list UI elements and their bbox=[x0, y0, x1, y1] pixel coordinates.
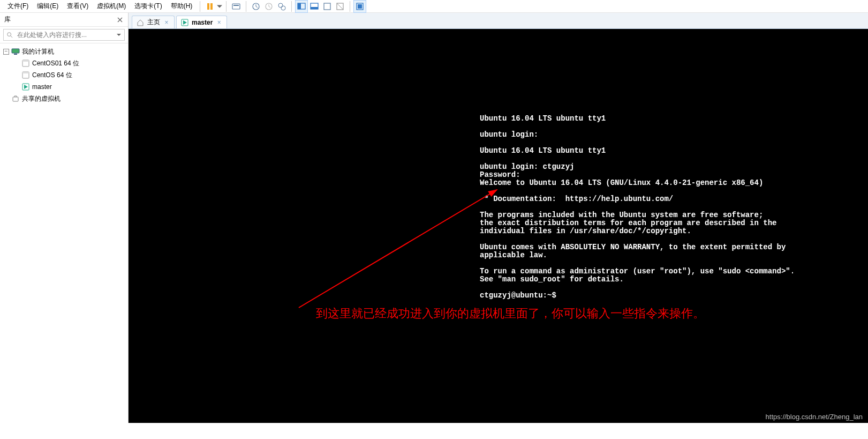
svg-point-6 bbox=[278, 3, 283, 8]
menu-edit[interactable]: 编辑(E) bbox=[33, 1, 63, 12]
svg-rect-2 bbox=[232, 4, 240, 9]
tree-root-my-computer[interactable]: − 我的计算机 bbox=[1, 46, 127, 57]
tab-label: 主页 bbox=[147, 18, 160, 27]
library-toggle-button[interactable] bbox=[353, 0, 366, 13]
show-console-button[interactable] bbox=[295, 0, 308, 13]
svg-rect-22 bbox=[22, 60, 29, 62]
svg-line-28 bbox=[299, 190, 497, 308]
computer-icon bbox=[11, 47, 20, 56]
pause-dropdown[interactable] bbox=[216, 0, 223, 13]
separator bbox=[226, 1, 227, 12]
search-icon bbox=[3, 29, 15, 41]
tree-label: master bbox=[32, 83, 52, 91]
svg-rect-24 bbox=[22, 72, 29, 73]
menu-view[interactable]: 查看(V) bbox=[63, 1, 93, 12]
svg-line-14 bbox=[337, 3, 343, 10]
show-thumbnail-button[interactable] bbox=[308, 0, 321, 13]
separator bbox=[291, 1, 292, 12]
svg-point-7 bbox=[281, 6, 285, 10]
vm-console[interactable]: Ubuntu 16.04 LTS ubuntu tty1 ubuntu logi… bbox=[129, 29, 868, 423]
pause-button[interactable] bbox=[203, 0, 216, 13]
annotation-arrow bbox=[293, 184, 508, 313]
separator bbox=[246, 1, 246, 12]
menubar: 文件(F) 编辑(E) 查看(V) 虚拟机(M) 选项卡(T) 帮助(H) bbox=[0, 0, 868, 13]
vm-tree: − 我的计算机 CentOS01 64 位 CentOS 64 位 bbox=[0, 43, 128, 423]
svg-rect-12 bbox=[324, 3, 330, 10]
revert-snapshot-button[interactable] bbox=[262, 0, 275, 13]
separator bbox=[350, 1, 350, 12]
library-title: 库 bbox=[4, 15, 11, 24]
annotation-text: 到这里就已经成功进入到你的虚拟机里面了，你可以输入一些指令来操作。 bbox=[316, 306, 705, 322]
svg-rect-9 bbox=[298, 3, 301, 9]
manage-snapshots-button[interactable] bbox=[275, 0, 288, 13]
svg-rect-19 bbox=[12, 49, 19, 53]
svg-rect-1 bbox=[210, 3, 213, 10]
svg-rect-26 bbox=[13, 97, 18, 101]
unity-button[interactable] bbox=[334, 0, 346, 13]
menu-vm[interactable]: 虚拟机(M) bbox=[93, 1, 130, 12]
vm-on-icon bbox=[21, 83, 30, 91]
separator bbox=[200, 1, 200, 12]
tab-label: master bbox=[192, 19, 213, 26]
tree-label: 我的计算机 bbox=[22, 47, 54, 56]
tree-label: 共享的虚拟机 bbox=[22, 94, 61, 103]
svg-line-18 bbox=[10, 36, 12, 38]
tree-label: CentOS 64 位 bbox=[32, 71, 72, 80]
tree-item-centos01[interactable]: CentOS01 64 位 bbox=[1, 57, 127, 69]
svg-rect-11 bbox=[311, 7, 318, 9]
svg-rect-0 bbox=[207, 3, 209, 10]
shared-icon bbox=[11, 94, 20, 103]
menu-tabs[interactable]: 选项卡(T) bbox=[130, 1, 166, 12]
tab-master[interactable]: master × bbox=[176, 16, 227, 28]
main-area: 主页 × master × Ubuntu 16.04 LTS ubuntu tt… bbox=[129, 13, 868, 423]
tabbar: 主页 × master × bbox=[129, 13, 868, 29]
tree-item-centos[interactable]: CentOS 64 位 bbox=[1, 69, 127, 81]
collapse-icon[interactable]: − bbox=[3, 49, 9, 55]
vm-off-icon bbox=[21, 59, 30, 68]
snapshot-button[interactable] bbox=[250, 0, 262, 13]
svg-rect-3 bbox=[233, 5, 239, 6]
watermark: https://blog.csdn.net/Zheng_lan bbox=[766, 413, 863, 421]
tab-home[interactable]: 主页 × bbox=[132, 16, 175, 28]
svg-point-17 bbox=[7, 33, 11, 36]
tree-item-master[interactable]: master bbox=[1, 81, 127, 93]
fullscreen-button[interactable] bbox=[321, 0, 334, 13]
vm-off-icon bbox=[21, 71, 30, 79]
menu-file[interactable]: 文件(F) bbox=[3, 1, 33, 12]
home-icon bbox=[137, 19, 144, 26]
library-search-input[interactable] bbox=[15, 29, 113, 41]
close-tab-button[interactable]: × bbox=[163, 19, 170, 26]
close-tab-button[interactable]: × bbox=[216, 19, 222, 26]
search-dropdown[interactable] bbox=[113, 29, 125, 41]
svg-rect-16 bbox=[358, 4, 362, 9]
terminal-output: Ubuntu 16.04 LTS ubuntu tty1 ubuntu logi… bbox=[480, 115, 795, 300]
send-ctrl-alt-del-button[interactable] bbox=[230, 0, 243, 13]
svg-rect-20 bbox=[14, 54, 17, 55]
library-sidebar: 库 − 我的计算机 bbox=[0, 13, 129, 423]
tree-label: CentOS01 64 位 bbox=[32, 59, 79, 68]
vm-on-icon bbox=[181, 19, 188, 26]
close-sidebar-button[interactable] bbox=[116, 16, 124, 24]
menu-help[interactable]: 帮助(H) bbox=[167, 1, 197, 12]
tree-shared-vms[interactable]: − 共享的虚拟机 bbox=[1, 93, 127, 105]
